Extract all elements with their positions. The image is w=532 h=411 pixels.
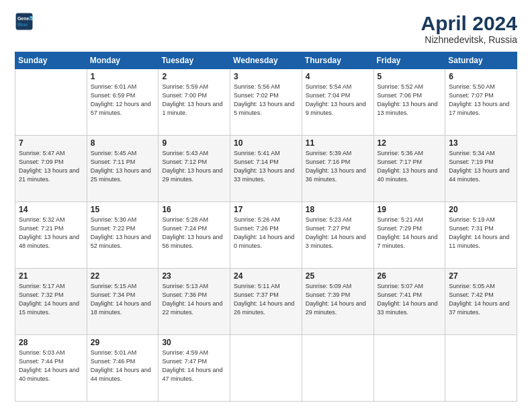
- day-info: Sunrise: 5:47 AM Sunset: 7:09 PM Dayligh…: [19, 149, 83, 184]
- calendar-cell: [230, 335, 302, 402]
- day-info: Sunrise: 6:01 AM Sunset: 6:59 PM Dayligh…: [91, 83, 155, 118]
- day-info: Sunrise: 5:26 AM Sunset: 7:26 PM Dayligh…: [234, 216, 298, 250]
- day-number: 30: [162, 338, 226, 347]
- day-info: Sunrise: 5:21 AM Sunset: 7:29 PM Dayligh…: [378, 216, 442, 250]
- day-info: Sunrise: 4:59 AM Sunset: 7:47 PM Dayligh…: [162, 349, 226, 383]
- day-info: Sunrise: 5:13 AM Sunset: 7:36 PM Dayligh…: [162, 282, 226, 317]
- day-number: 28: [19, 338, 83, 347]
- calendar-cell: 9Sunrise: 5:43 AM Sunset: 7:12 PM Daylig…: [159, 136, 230, 202]
- day-number: 14: [19, 205, 83, 214]
- day-number: 10: [234, 138, 298, 148]
- calendar-cell: 13Sunrise: 5:34 AM Sunset: 7:19 PM Dayli…: [445, 136, 517, 202]
- header: General Blue April 2024 Nizhnedevitsk, R…: [15, 12, 517, 45]
- day-number: 11: [306, 138, 370, 148]
- calendar-cell: 20Sunrise: 5:19 AM Sunset: 7:31 PM Dayli…: [445, 202, 517, 269]
- day-info: Sunrise: 5:19 AM Sunset: 7:31 PM Dayligh…: [449, 216, 513, 250]
- title-block: April 2024 Nizhnedevitsk, Russia: [421, 12, 517, 45]
- day-number: 1: [91, 72, 155, 81]
- day-info: Sunrise: 5:09 AM Sunset: 7:39 PM Dayligh…: [306, 282, 370, 317]
- day-info: Sunrise: 5:32 AM Sunset: 7:21 PM Dayligh…: [19, 216, 83, 250]
- day-info: Sunrise: 5:05 AM Sunset: 7:42 PM Dayligh…: [449, 282, 513, 317]
- day-info: Sunrise: 5:28 AM Sunset: 7:24 PM Dayligh…: [162, 216, 226, 250]
- day-info: Sunrise: 5:56 AM Sunset: 7:02 PM Dayligh…: [234, 83, 298, 118]
- day-number: 13: [449, 138, 513, 148]
- calendar-week-2: 7Sunrise: 5:47 AM Sunset: 7:09 PM Daylig…: [15, 136, 517, 202]
- day-header-wednesday: Wednesday: [230, 52, 302, 69]
- calendar-cell: 24Sunrise: 5:11 AM Sunset: 7:37 PM Dayli…: [230, 269, 302, 335]
- calendar-cell: 3Sunrise: 5:56 AM Sunset: 7:02 PM Daylig…: [230, 69, 302, 136]
- day-number: 3: [234, 72, 298, 81]
- calendar-cell: 26Sunrise: 5:07 AM Sunset: 7:41 PM Dayli…: [373, 269, 445, 335]
- logo: General Blue: [15, 12, 34, 31]
- calendar-week-3: 14Sunrise: 5:32 AM Sunset: 7:21 PM Dayli…: [15, 202, 517, 269]
- day-info: Sunrise: 5:39 AM Sunset: 7:16 PM Dayligh…: [306, 149, 370, 184]
- day-header-tuesday: Tuesday: [159, 52, 230, 69]
- calendar-cell: 15Sunrise: 5:30 AM Sunset: 7:22 PM Dayli…: [87, 202, 159, 269]
- calendar-cell: [445, 335, 517, 402]
- day-number: 5: [378, 72, 442, 81]
- day-info: Sunrise: 5:11 AM Sunset: 7:37 PM Dayligh…: [234, 282, 298, 317]
- day-number: 2: [162, 72, 226, 81]
- day-number: 7: [19, 138, 83, 148]
- calendar-cell: 18Sunrise: 5:23 AM Sunset: 7:27 PM Dayli…: [302, 202, 373, 269]
- day-header-saturday: Saturday: [445, 52, 517, 69]
- day-number: 19: [378, 205, 442, 214]
- day-header-sunday: Sunday: [15, 52, 87, 69]
- calendar-cell: 14Sunrise: 5:32 AM Sunset: 7:21 PM Dayli…: [15, 202, 87, 269]
- page: General Blue April 2024 Nizhnedevitsk, R…: [0, 0, 532, 411]
- calendar-cell: 28Sunrise: 5:03 AM Sunset: 7:44 PM Dayli…: [15, 335, 87, 402]
- calendar-cell: 17Sunrise: 5:26 AM Sunset: 7:26 PM Dayli…: [230, 202, 302, 269]
- calendar-cell: 25Sunrise: 5:09 AM Sunset: 7:39 PM Dayli…: [302, 269, 373, 335]
- day-number: 20: [449, 205, 513, 214]
- day-number: 27: [449, 271, 513, 281]
- day-info: Sunrise: 5:50 AM Sunset: 7:07 PM Dayligh…: [449, 83, 513, 118]
- calendar-cell: 29Sunrise: 5:01 AM Sunset: 7:46 PM Dayli…: [87, 335, 159, 402]
- day-info: Sunrise: 5:23 AM Sunset: 7:27 PM Dayligh…: [306, 216, 370, 250]
- calendar-table: SundayMondayTuesdayWednesdayThursdayFrid…: [15, 52, 517, 402]
- day-header-thursday: Thursday: [302, 52, 373, 69]
- calendar-cell: 10Sunrise: 5:41 AM Sunset: 7:14 PM Dayli…: [230, 136, 302, 202]
- calendar-cell: 21Sunrise: 5:17 AM Sunset: 7:32 PM Dayli…: [15, 269, 87, 335]
- day-info: Sunrise: 5:43 AM Sunset: 7:12 PM Dayligh…: [162, 149, 226, 184]
- day-number: 25: [306, 271, 370, 281]
- calendar-cell: 12Sunrise: 5:36 AM Sunset: 7:17 PM Dayli…: [373, 136, 445, 202]
- calendar-cell: 6Sunrise: 5:50 AM Sunset: 7:07 PM Daylig…: [445, 69, 517, 136]
- day-number: 18: [306, 205, 370, 214]
- calendar-cell: [15, 69, 87, 136]
- day-info: Sunrise: 5:41 AM Sunset: 7:14 PM Dayligh…: [234, 149, 298, 184]
- calendar-week-1: 1Sunrise: 6:01 AM Sunset: 6:59 PM Daylig…: [15, 69, 517, 136]
- day-info: Sunrise: 5:17 AM Sunset: 7:32 PM Dayligh…: [19, 282, 83, 317]
- day-info: Sunrise: 5:15 AM Sunset: 7:34 PM Dayligh…: [91, 282, 155, 317]
- day-number: 4: [306, 72, 370, 81]
- day-info: Sunrise: 5:59 AM Sunset: 7:00 PM Dayligh…: [162, 83, 226, 118]
- calendar-week-5: 28Sunrise: 5:03 AM Sunset: 7:44 PM Dayli…: [15, 335, 517, 402]
- calendar-week-4: 21Sunrise: 5:17 AM Sunset: 7:32 PM Dayli…: [15, 269, 517, 335]
- day-number: 23: [162, 271, 226, 281]
- day-info: Sunrise: 5:52 AM Sunset: 7:06 PM Dayligh…: [378, 83, 442, 118]
- day-number: 12: [378, 138, 442, 148]
- day-number: 29: [91, 338, 155, 347]
- day-info: Sunrise: 5:36 AM Sunset: 7:17 PM Dayligh…: [378, 149, 442, 184]
- day-number: 15: [91, 205, 155, 214]
- day-header-monday: Monday: [87, 52, 159, 69]
- day-header-friday: Friday: [373, 52, 445, 69]
- calendar-cell: 5Sunrise: 5:52 AM Sunset: 7:06 PM Daylig…: [373, 69, 445, 136]
- calendar-cell: 16Sunrise: 5:28 AM Sunset: 7:24 PM Dayli…: [159, 202, 230, 269]
- calendar-cell: 19Sunrise: 5:21 AM Sunset: 7:29 PM Dayli…: [373, 202, 445, 269]
- day-number: 24: [234, 271, 298, 281]
- calendar-cell: [302, 335, 373, 402]
- calendar-cell: [373, 335, 445, 402]
- day-number: 9: [162, 138, 226, 148]
- calendar-cell: 7Sunrise: 5:47 AM Sunset: 7:09 PM Daylig…: [15, 136, 87, 202]
- day-number: 22: [91, 271, 155, 281]
- location: Nizhnedevitsk, Russia: [421, 34, 517, 45]
- calendar-cell: 30Sunrise: 4:59 AM Sunset: 7:47 PM Dayli…: [159, 335, 230, 402]
- day-number: 16: [162, 205, 226, 214]
- calendar-cell: 23Sunrise: 5:13 AM Sunset: 7:36 PM Dayli…: [159, 269, 230, 335]
- day-info: Sunrise: 5:54 AM Sunset: 7:04 PM Dayligh…: [306, 83, 370, 118]
- svg-rect-0: [16, 13, 33, 30]
- day-number: 21: [19, 271, 83, 281]
- day-info: Sunrise: 5:30 AM Sunset: 7:22 PM Dayligh…: [91, 216, 155, 250]
- day-info: Sunrise: 5:07 AM Sunset: 7:41 PM Dayligh…: [378, 282, 442, 317]
- day-info: Sunrise: 5:03 AM Sunset: 7:44 PM Dayligh…: [19, 349, 83, 383]
